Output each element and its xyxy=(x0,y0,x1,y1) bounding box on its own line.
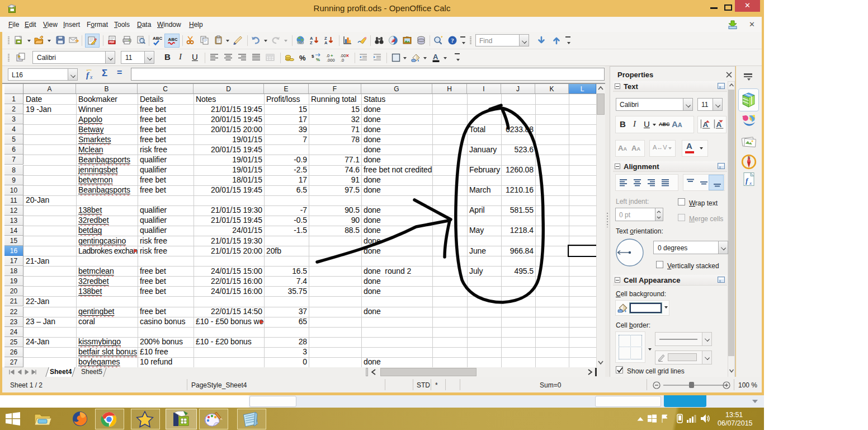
svg-text:A: A xyxy=(433,53,438,61)
svg-text:f: f xyxy=(86,71,90,80)
svg-text:.0: .0 xyxy=(341,58,344,63)
svg-text:PDF: PDF xyxy=(109,41,114,44)
svg-text:x: x xyxy=(749,180,752,186)
svg-text:?: ? xyxy=(451,37,454,44)
svg-text:.000: .000 xyxy=(327,58,335,63)
svg-text:ABC: ABC xyxy=(153,36,162,41)
svg-text:x: x xyxy=(89,74,93,80)
svg-text:N: N xyxy=(748,156,751,160)
svg-text:✕: ✕ xyxy=(346,53,349,58)
svg-text:A: A xyxy=(324,40,328,45)
svg-text:$: $ xyxy=(312,54,314,59)
svg-text:ABC: ABC xyxy=(168,37,178,42)
svg-text:Z: Z xyxy=(310,40,313,45)
svg-text:%: % xyxy=(299,54,306,62)
svg-text:%: % xyxy=(316,57,320,62)
